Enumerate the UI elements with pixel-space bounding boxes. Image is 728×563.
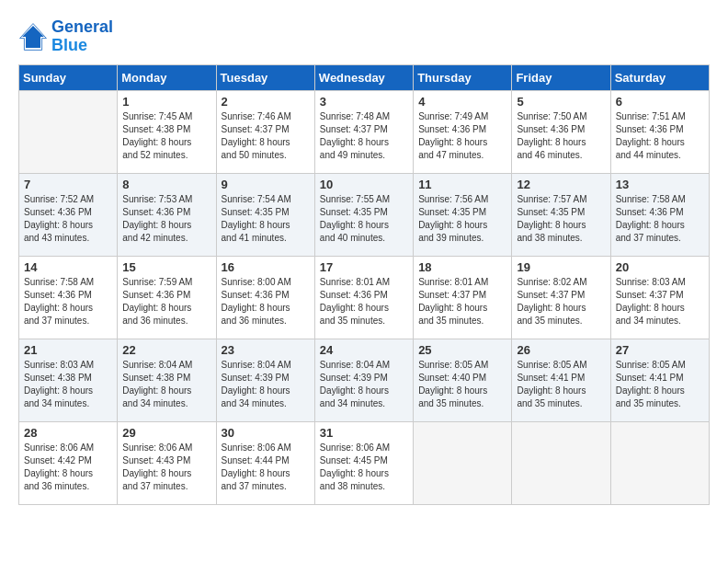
day-info: Sunrise: 7:46 AMSunset: 4:37 PMDaylight:… (222, 110, 310, 162)
calendar-day-cell: 13Sunrise: 7:58 AMSunset: 4:36 PMDayligh… (610, 173, 709, 256)
calendar-day-cell: 12Sunrise: 7:57 AMSunset: 4:35 PMDayligh… (512, 173, 610, 256)
calendar-day-cell: 27Sunrise: 8:05 AMSunset: 4:41 PMDayligh… (610, 339, 709, 421)
day-number: 11 (418, 178, 506, 191)
day-number: 14 (24, 260, 112, 274)
calendar-day-cell (19, 90, 118, 173)
calendar-day-cell: 14Sunrise: 7:58 AMSunset: 4:36 PMDayligh… (19, 256, 118, 339)
day-number: 16 (222, 260, 310, 274)
day-number: 30 (222, 426, 310, 440)
calendar-day-cell (512, 421, 610, 504)
day-info: Sunrise: 8:04 AMSunset: 4:39 PMDaylight:… (320, 359, 408, 410)
day-info: Sunrise: 7:52 AMSunset: 4:36 PMDaylight:… (24, 193, 112, 245)
calendar-day-cell: 25Sunrise: 8:05 AMSunset: 4:40 PMDayligh… (414, 339, 512, 421)
header-row: SundayMondayTuesdayWednesdayThursdayFrid… (19, 64, 710, 90)
day-info: Sunrise: 7:57 AMSunset: 4:35 PMDaylight:… (517, 193, 605, 245)
weekday-header: Monday (118, 64, 216, 90)
day-number: 31 (320, 426, 408, 440)
calendar-day-cell: 30Sunrise: 8:06 AMSunset: 4:44 PMDayligh… (216, 421, 314, 504)
day-info: Sunrise: 8:03 AMSunset: 4:38 PMDaylight:… (24, 359, 112, 410)
day-info: Sunrise: 8:05 AMSunset: 4:40 PMDaylight:… (418, 359, 506, 410)
page-header: General Blue (18, 18, 710, 55)
calendar-day-cell: 21Sunrise: 8:03 AMSunset: 4:38 PMDayligh… (19, 339, 118, 421)
day-info: Sunrise: 8:04 AMSunset: 4:39 PMDaylight:… (222, 359, 310, 410)
calendar-day-cell: 23Sunrise: 8:04 AMSunset: 4:39 PMDayligh… (216, 339, 314, 421)
calendar-day-cell: 5Sunrise: 7:50 AMSunset: 4:36 PMDaylight… (512, 90, 610, 173)
calendar-day-cell (414, 421, 512, 504)
day-number: 2 (222, 95, 310, 109)
day-info: Sunrise: 8:06 AMSunset: 4:44 PMDaylight:… (222, 442, 310, 493)
day-info: Sunrise: 8:06 AMSunset: 4:45 PMDaylight:… (320, 442, 408, 493)
calendar-day-cell: 24Sunrise: 8:04 AMSunset: 4:39 PMDayligh… (314, 339, 413, 421)
weekday-header: Thursday (414, 64, 512, 90)
calendar-table: SundayMondayTuesdayWednesdayThursdayFrid… (18, 64, 710, 505)
day-info: Sunrise: 8:03 AMSunset: 4:37 PMDaylight:… (616, 276, 704, 327)
day-number: 26 (517, 343, 605, 357)
day-info: Sunrise: 7:49 AMSunset: 4:36 PMDaylight:… (418, 110, 506, 162)
day-info: Sunrise: 7:59 AMSunset: 4:36 PMDaylight:… (122, 276, 210, 327)
day-number: 12 (517, 178, 605, 191)
weekday-header: Tuesday (216, 64, 314, 90)
weekday-header: Sunday (19, 64, 118, 90)
calendar-day-cell (610, 421, 709, 504)
calendar-day-cell: 18Sunrise: 8:01 AMSunset: 4:37 PMDayligh… (414, 256, 512, 339)
calendar-week-row: 7Sunrise: 7:52 AMSunset: 4:36 PMDaylight… (19, 173, 710, 256)
day-number: 15 (122, 260, 210, 274)
day-number: 22 (122, 343, 210, 357)
weekday-header: Saturday (610, 64, 709, 90)
day-info: Sunrise: 8:00 AMSunset: 4:36 PMDaylight:… (222, 276, 310, 327)
day-number: 7 (24, 178, 112, 191)
day-number: 5 (517, 95, 605, 109)
calendar-day-cell: 28Sunrise: 8:06 AMSunset: 4:42 PMDayligh… (19, 421, 118, 504)
day-info: Sunrise: 7:58 AMSunset: 4:36 PMDaylight:… (24, 276, 112, 327)
day-number: 27 (616, 343, 704, 357)
weekday-header: Friday (512, 64, 610, 90)
day-number: 25 (418, 343, 506, 357)
calendar-day-cell: 8Sunrise: 7:53 AMSunset: 4:36 PMDaylight… (118, 173, 216, 256)
calendar-day-cell: 29Sunrise: 8:06 AMSunset: 4:43 PMDayligh… (118, 421, 216, 504)
logo-text: General Blue (51, 18, 113, 55)
calendar-week-row: 28Sunrise: 8:06 AMSunset: 4:42 PMDayligh… (19, 421, 710, 504)
weekday-header: Wednesday (314, 64, 413, 90)
calendar-day-cell: 20Sunrise: 8:03 AMSunset: 4:37 PMDayligh… (610, 256, 709, 339)
day-number: 20 (616, 260, 704, 274)
logo-icon (18, 22, 48, 52)
calendar-day-cell: 17Sunrise: 8:01 AMSunset: 4:36 PMDayligh… (314, 256, 413, 339)
day-info: Sunrise: 7:45 AMSunset: 4:38 PMDaylight:… (122, 110, 210, 162)
day-info: Sunrise: 7:55 AMSunset: 4:35 PMDaylight:… (320, 193, 408, 245)
day-info: Sunrise: 8:06 AMSunset: 4:42 PMDaylight:… (24, 442, 112, 493)
day-number: 18 (418, 260, 506, 274)
day-info: Sunrise: 7:58 AMSunset: 4:36 PMDaylight:… (616, 193, 704, 245)
calendar-day-cell: 11Sunrise: 7:56 AMSunset: 4:35 PMDayligh… (414, 173, 512, 256)
day-info: Sunrise: 8:02 AMSunset: 4:37 PMDaylight:… (517, 276, 605, 327)
day-info: Sunrise: 8:05 AMSunset: 4:41 PMDaylight:… (517, 359, 605, 410)
day-info: Sunrise: 7:48 AMSunset: 4:37 PMDaylight:… (320, 110, 408, 162)
calendar-day-cell: 4Sunrise: 7:49 AMSunset: 4:36 PMDaylight… (414, 90, 512, 173)
day-number: 21 (24, 343, 112, 357)
day-number: 8 (122, 178, 210, 191)
day-number: 24 (320, 343, 408, 357)
calendar-day-cell: 3Sunrise: 7:48 AMSunset: 4:37 PMDaylight… (314, 90, 413, 173)
day-info: Sunrise: 8:04 AMSunset: 4:38 PMDaylight:… (122, 359, 210, 410)
calendar-day-cell: 19Sunrise: 8:02 AMSunset: 4:37 PMDayligh… (512, 256, 610, 339)
svg-marker-0 (22, 26, 44, 48)
day-number: 3 (320, 95, 408, 109)
calendar-day-cell: 7Sunrise: 7:52 AMSunset: 4:36 PMDaylight… (19, 173, 118, 256)
day-number: 23 (222, 343, 310, 357)
calendar-day-cell: 10Sunrise: 7:55 AMSunset: 4:35 PMDayligh… (314, 173, 413, 256)
day-info: Sunrise: 7:56 AMSunset: 4:35 PMDaylight:… (418, 193, 506, 245)
day-number: 19 (517, 260, 605, 274)
calendar-week-row: 14Sunrise: 7:58 AMSunset: 4:36 PMDayligh… (19, 256, 710, 339)
calendar-day-cell: 15Sunrise: 7:59 AMSunset: 4:36 PMDayligh… (118, 256, 216, 339)
day-info: Sunrise: 7:51 AMSunset: 4:36 PMDaylight:… (616, 110, 704, 162)
logo: General Blue (18, 18, 113, 55)
day-number: 6 (616, 95, 704, 109)
calendar-day-cell: 26Sunrise: 8:05 AMSunset: 4:41 PMDayligh… (512, 339, 610, 421)
day-number: 4 (418, 95, 506, 109)
day-number: 13 (616, 178, 704, 191)
day-number: 17 (320, 260, 408, 274)
day-info: Sunrise: 8:05 AMSunset: 4:41 PMDaylight:… (616, 359, 704, 410)
day-number: 28 (24, 426, 112, 440)
calendar-week-row: 21Sunrise: 8:03 AMSunset: 4:38 PMDayligh… (19, 339, 710, 421)
day-info: Sunrise: 8:06 AMSunset: 4:43 PMDaylight:… (122, 442, 210, 493)
day-info: Sunrise: 7:50 AMSunset: 4:36 PMDaylight:… (517, 110, 605, 162)
